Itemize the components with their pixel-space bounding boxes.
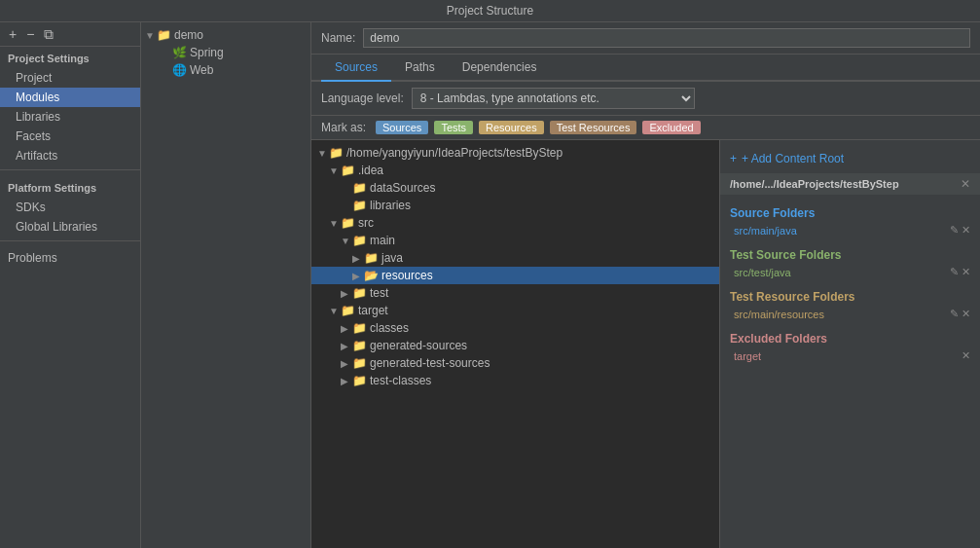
sidebar-divider [0,169,140,170]
excluded-folders-header: Excluded Folders [720,328,980,347]
module-label: demo [174,28,203,42]
remove-root-button[interactable]: ✕ [961,177,970,191]
file-label: dataSources [370,181,435,195]
sidebar-item-label: Modules [16,91,59,104]
edit-test-source-button[interactable]: ✎ [950,266,959,278]
add-content-root-button[interactable]: + + Add Content Root [720,148,980,173]
tree-arrow: ▶ [341,341,352,351]
test-resource-folder-entry: src/main/resources ✎ ✕ [720,306,980,322]
sidebar-item-artifacts[interactable]: Artifacts [0,146,140,165]
tree-arrow: ▼ [329,218,341,229]
sidebar-item-problems[interactable]: Problems [0,245,140,271]
main-content: Name: Sources Paths Dependencies Languag… [311,22,980,548]
lang-level-select[interactable]: 8 - Lambdas, type annotations etc. 11 - … [412,88,695,109]
file-tree-item-generated-test-sources[interactable]: ▶ 📁 generated-test-sources [311,354,719,372]
remove-test-resource-button[interactable]: ✕ [962,308,970,320]
lang-level-bar: Language level: 8 - Lambdas, type annota… [311,82,980,116]
sidebar-item-modules[interactable]: Modules [0,88,140,107]
sidebar-item-label: Artifacts [16,149,57,163]
mark-resources-button[interactable]: Resources [479,121,544,134]
tree-arrow: ▼ [341,236,352,246]
folder-icon: 📁 [352,181,367,195]
tab-sources[interactable]: Sources [321,55,391,82]
file-label: java [381,251,403,265]
module-tree-item-web[interactable]: 🌐 Web [141,61,310,79]
sidebar-item-label: SDKs [16,201,46,214]
sidebar-item-global-libraries[interactable]: Global Libraries [0,217,140,237]
sidebar-item-project[interactable]: Project [0,68,140,88]
file-label: libraries [370,199,411,212]
test-source-folder-entry: src/test/java ✎ ✕ [720,264,980,280]
file-label: generated-test-sources [370,356,490,370]
module-tree-item-demo[interactable]: ▼ 📁 demo [141,26,310,44]
sidebar-item-facets[interactable]: Facets [0,127,140,146]
test-source-folders-header: Test Source Folders [720,244,980,264]
edit-test-resource-button[interactable]: ✎ [950,308,959,320]
file-label: classes [370,321,409,335]
platform-settings-header: Platform Settings [0,174,140,198]
add-module-button[interactable]: + [6,26,19,42]
folder-icon: 📁 [352,339,367,352]
file-tree-item-classes[interactable]: ▶ 📁 classes [311,319,719,337]
sidebar-item-label: Libraries [16,110,60,124]
file-tree-item-src[interactable]: ▼ 📁 src [311,214,719,232]
tab-dependencies[interactable]: Dependencies [449,55,551,82]
name-bar: Name: [311,22,980,55]
file-tree-item-libraries[interactable]: 📁 libraries [311,197,719,214]
resources-folder-icon: 📂 [364,269,379,282]
spring-icon: 🌿 [172,46,187,59]
tree-arrow: ▶ [341,376,352,386]
test-source-folders-section: Test Source Folders src/test/java ✎ ✕ [720,244,980,280]
folder-icon: 📁 [352,286,367,300]
sidebar-toolbar: + − ⧉ [0,22,140,47]
mark-excluded-button[interactable]: Excluded [642,121,700,134]
excluded-folders-section: Excluded Folders target ✕ [720,328,980,364]
tree-arrow: ▶ [341,288,352,299]
file-tree-item-target[interactable]: ▼ 📁 target [311,302,719,319]
tab-paths[interactable]: Paths [391,55,449,82]
mark-tests-button[interactable]: Tests [434,121,473,134]
root-path-text: /home/.../IdeaProjects/testByStep [730,178,899,190]
file-tree-item-generated-sources[interactable]: ▶ 📁 generated-sources [311,337,719,354]
file-tree-item-main[interactable]: ▼ 📁 main [311,232,719,249]
mark-sources-button[interactable]: Sources [376,121,428,134]
name-input[interactable] [363,28,970,48]
edit-source-button[interactable]: ✎ [950,224,959,237]
folder-icon: 📁 [352,374,367,387]
remove-source-button[interactable]: ✕ [962,224,970,237]
mark-test-resources-button[interactable]: Test Resources [550,121,637,134]
file-label: /home/yangyiyun/IdeaProjects/testByStep [346,146,563,160]
tree-arrow: ▶ [341,323,352,334]
module-tree-item-spring[interactable]: 🌿 Spring [141,44,310,61]
add-content-root-label: + Add Content Root [742,152,844,165]
sidebar-item-libraries[interactable]: Libraries [0,107,140,127]
remove-module-button[interactable]: − [23,26,37,42]
module-label: Web [190,63,213,77]
folder-icon: 📁 [341,164,355,177]
tree-arrow: ▼ [145,30,157,41]
lang-level-label: Language level: [321,91,404,105]
file-tree-item-root[interactable]: ▼ 📁 /home/yangyiyun/IdeaProjects/testByS… [311,144,719,162]
mark-as-label: Mark as: [321,121,366,134]
problems-label: Problems [8,251,57,265]
file-tree-item-java[interactable]: ▶ 📁 java [311,249,719,267]
file-label: test-classes [370,374,431,387]
file-tree-item-datasources[interactable]: 📁 dataSources [311,179,719,197]
remove-excluded-button[interactable]: ✕ [962,349,970,362]
file-tree-item-resources[interactable]: ▶ 📂 resources [311,267,719,284]
test-resource-folders-header: Test Resource Folders [720,286,980,306]
folder-icon: 📁 [352,356,367,370]
file-tree-item-idea[interactable]: ▼ 📁 .idea [311,162,719,179]
file-label: resources [381,269,433,282]
file-label: test [370,286,388,300]
remove-test-source-button[interactable]: ✕ [962,266,970,278]
test-resource-folders-section: Test Resource Folders src/main/resources… [720,286,980,322]
file-label: .idea [358,164,383,177]
file-label: generated-sources [370,339,467,352]
file-tree-item-test-classes[interactable]: ▶ 📁 test-classes [311,372,719,389]
sidebar-item-sdks[interactable]: SDKs [0,198,140,217]
file-label: target [358,304,388,317]
test-resource-folder-path: src/main/resources [734,309,950,320]
file-tree-item-test[interactable]: ▶ 📁 test [311,284,719,302]
copy-module-button[interactable]: ⧉ [41,26,56,42]
